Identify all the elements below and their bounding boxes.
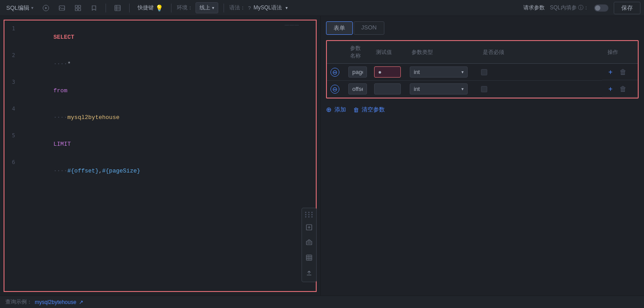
separator bbox=[106, 4, 106, 12]
separator4 bbox=[224, 4, 224, 12]
th-icon bbox=[327, 41, 345, 64]
params-table: 参数名称 测试值 参数类型 是否必须 操作 ⊖ bbox=[327, 41, 638, 98]
env-value: 线上 bbox=[200, 4, 210, 12]
bookmark-icon[interactable] bbox=[88, 2, 100, 14]
td-test-offset bbox=[371, 81, 406, 98]
line-content-1: SELECT bbox=[19, 24, 74, 51]
td-required-pagesize bbox=[477, 64, 513, 81]
param-name-input-pagesize[interactable] bbox=[348, 66, 367, 78]
lang-chevron-icon: ▾ bbox=[285, 5, 288, 10]
code-line-2: 2 ····* bbox=[4, 51, 316, 78]
code-star: * bbox=[67, 61, 71, 67]
drag-dot bbox=[311, 212, 313, 213]
th-required: 是否必须 bbox=[477, 41, 513, 64]
lang-select[interactable]: MySQL语法 ▾ bbox=[253, 4, 288, 12]
td-empty-offset bbox=[513, 81, 602, 98]
float-btn-expand[interactable] bbox=[302, 220, 316, 234]
code-indent-4: ···· bbox=[53, 114, 67, 121]
external-link-icon: ↗ bbox=[79, 299, 83, 305]
drag-dot bbox=[308, 214, 310, 215]
topbar-right: 请求参数 SQL内填参 ⓘ： 保存 bbox=[523, 2, 640, 14]
td-actions-offset: + 🗑 bbox=[602, 81, 638, 97]
line-content-6: ····#{offset},#{pageSize} bbox=[19, 158, 140, 185]
bottombar-example: 查询示例： mysql2bytehouse ↗ bbox=[5, 298, 83, 306]
env-label: 环境： bbox=[177, 4, 193, 12]
drag-dot bbox=[305, 214, 306, 215]
add-row-btn-pagesize[interactable]: + bbox=[606, 67, 615, 77]
env-select[interactable]: 线上 ▾ bbox=[196, 2, 218, 13]
param-checkbox-offset[interactable] bbox=[481, 86, 487, 92]
play-icon[interactable] bbox=[40, 2, 52, 14]
float-btn-upload[interactable] bbox=[302, 266, 316, 280]
panel-tabs: 表单 JSON bbox=[326, 21, 639, 35]
param-test-input-pagesize[interactable] bbox=[374, 66, 401, 78]
param-minus-icon-offset[interactable]: ⊖ bbox=[330, 85, 339, 94]
toggle-knob bbox=[595, 5, 600, 11]
topbar-left: SQL编辑 ▾ bbox=[4, 2, 522, 14]
keyword-limit: LIMIT bbox=[53, 141, 71, 148]
th-type: 参数类型 bbox=[406, 41, 477, 64]
param-checkbox-pagesize[interactable] bbox=[481, 69, 487, 75]
sql-inner-toggle[interactable] bbox=[594, 4, 608, 12]
sql-inner-label: SQL内填参 ⓘ： bbox=[550, 4, 589, 12]
add-param-button[interactable]: ⊕ 添加 bbox=[326, 106, 346, 114]
td-test-pagesize bbox=[371, 64, 406, 81]
drag-handle[interactable] bbox=[303, 210, 315, 219]
drag-dot bbox=[311, 214, 313, 215]
example-link[interactable]: mysql2bytehouse bbox=[35, 299, 76, 305]
code-area[interactable]: 1 SELECT 2 ····* 3 from 4 bbox=[4, 20, 317, 292]
code-indent-2: ···· bbox=[53, 61, 67, 67]
line-num-3: 3 bbox=[4, 78, 19, 86]
drag-dot bbox=[305, 216, 306, 218]
lang-value: MySQL语法 bbox=[253, 4, 282, 12]
param-type-select-pagesize[interactable]: int ▾ bbox=[410, 66, 468, 78]
separator2 bbox=[129, 4, 130, 12]
chevron-down-icon: ▾ bbox=[31, 5, 33, 10]
grid-icon[interactable] bbox=[72, 2, 84, 14]
sql-edit-label: SQL编辑 bbox=[6, 4, 29, 12]
float-toolbar bbox=[302, 208, 317, 282]
param-test-input-offset[interactable] bbox=[374, 83, 401, 94]
code-line-4: 4 ····mysql2bytehouse bbox=[4, 104, 316, 131]
add-row-btn-offset[interactable]: + bbox=[606, 84, 615, 94]
delete-row-btn-pagesize[interactable]: 🗑 bbox=[617, 67, 629, 77]
td-icon-pagesize: ⊖ bbox=[327, 64, 345, 81]
drag-dot bbox=[305, 212, 306, 213]
line-content-2: ····* bbox=[19, 51, 71, 78]
line-num-1: 1 bbox=[4, 24, 19, 33]
tab-json[interactable]: JSON bbox=[354, 21, 384, 35]
svg-rect-7 bbox=[115, 5, 120, 11]
table-icon[interactable] bbox=[111, 2, 124, 14]
save-button[interactable]: 保存 bbox=[614, 2, 640, 14]
code-line-3: 3 from bbox=[4, 78, 316, 104]
sql-edit-dropdown[interactable]: SQL编辑 ▾ bbox=[4, 2, 36, 14]
param-minus-icon-pagesize[interactable]: ⊖ bbox=[330, 68, 339, 77]
float-btn-basket[interactable] bbox=[302, 235, 316, 250]
shortcut-button[interactable]: 快捷键 💡 bbox=[135, 2, 166, 13]
tab-form[interactable]: 表单 bbox=[326, 21, 353, 35]
add-circle-icon: ⊕ bbox=[326, 106, 332, 114]
float-btn-grid[interactable] bbox=[302, 251, 316, 265]
td-name-offset bbox=[345, 81, 371, 98]
env-section: 环境： 线上 ▾ bbox=[177, 2, 218, 13]
bottombar: 查询示例： mysql2bytehouse ↗ bbox=[0, 296, 644, 308]
lang-info-icon[interactable]: ? bbox=[248, 5, 251, 11]
code-editor: ——— 1 SELECT 2 ····* 3 from bbox=[0, 16, 321, 296]
param-name-input-offset[interactable] bbox=[348, 83, 367, 94]
delete-row-btn-offset[interactable]: 🗑 bbox=[617, 84, 629, 94]
table-row-pagesize: ⊖ int ▾ bbox=[327, 64, 638, 81]
param-type-select-offset[interactable]: int ▾ bbox=[410, 83, 468, 94]
line-num-4: 4 bbox=[4, 104, 19, 113]
image-icon[interactable] bbox=[56, 2, 68, 14]
code-param-pagesize: #{pageSize} bbox=[102, 168, 140, 174]
line-content-4: ····mysql2bytehouse bbox=[19, 104, 119, 131]
drag-dot bbox=[308, 216, 310, 218]
clear-params-button[interactable]: 🗑 清空参数 bbox=[353, 106, 385, 114]
th-name: 参数名称 bbox=[345, 41, 371, 64]
svg-rect-5 bbox=[75, 8, 77, 11]
param-type-value-offset: int bbox=[414, 86, 420, 92]
clear-params-label: 清空参数 bbox=[362, 106, 385, 114]
add-param-label: 添加 bbox=[334, 106, 346, 114]
type-chevron-icon-pagesize: ▾ bbox=[461, 70, 464, 74]
main-content: ——— 1 SELECT 2 ····* 3 from bbox=[0, 16, 644, 296]
